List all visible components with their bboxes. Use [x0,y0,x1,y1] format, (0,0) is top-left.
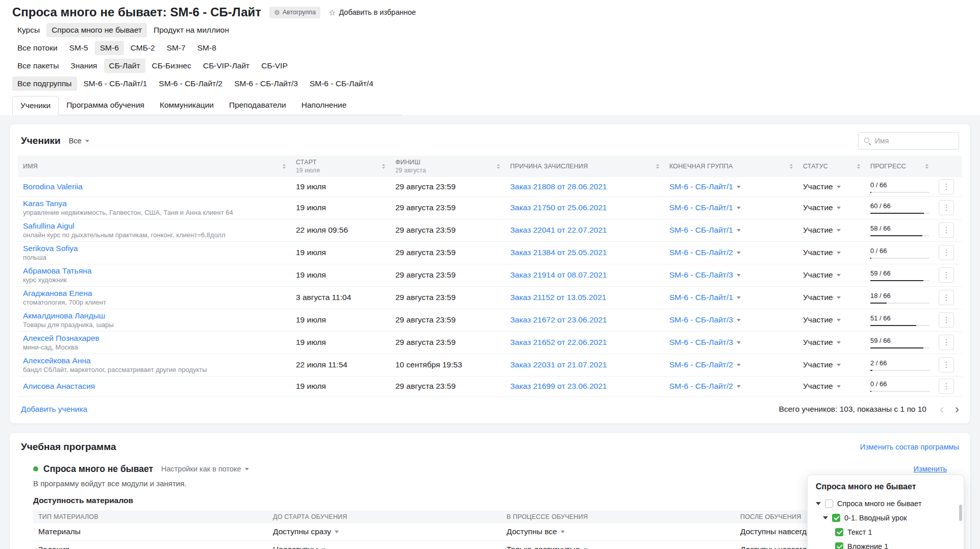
group-select[interactable]: SM-6 - СБ-Лайт/3 [669,270,741,279]
student-name-link[interactable]: Агаджанова Елена [23,289,92,297]
status-select[interactable]: Участие [803,226,841,234]
filter-streams-2[interactable]: SM-6 [95,41,124,55]
expander-icon[interactable] [816,502,821,505]
row-menu-button[interactable]: ⋮ [939,290,954,305]
order-link[interactable]: Заказ 21152 от 13.05.2021 [510,293,606,302]
edit-program-link[interactable]: Изменить состав программы [860,443,959,451]
filter-streams-4[interactable]: SM-7 [162,41,191,55]
student-name-link[interactable]: Акмалдинова Ландыш [23,311,105,320]
tab-1[interactable]: Программа обучения [59,96,152,115]
tab-4[interactable]: Наполнение [294,96,355,115]
filter-subgroups-0[interactable]: Все подгруппы [12,77,77,91]
availability-select-during[interactable]: Доступны все [507,527,565,536]
row-menu-button[interactable]: ⋮ [939,312,954,328]
student-name-link[interactable]: Borodina Valeriia [23,182,83,191]
row-menu-button[interactable]: ⋮ [939,357,954,372]
filter-subgroups-4[interactable]: SM-6 - СБ-Лайт/4 [305,77,379,91]
filter-streams-0[interactable]: Все потоки [12,41,63,55]
filter-packages-3[interactable]: СБ-Бизнес [147,59,196,73]
filter-packages-2[interactable]: СБ-Лайт [104,59,145,73]
sort-icon[interactable] [857,164,860,169]
student-name-link[interactable]: Алексей Познахарев [23,334,99,342]
student-name-link[interactable]: Абрамова Татьяна [23,266,92,275]
order-link[interactable]: Заказ 21808 от 28.06.2021 [510,182,607,191]
row-menu-button[interactable]: ⋮ [939,245,954,260]
sort-icon[interactable] [283,164,286,169]
column-header-start[interactable]: СТАРТ19 июля [291,156,390,177]
status-select[interactable]: Участие [803,248,841,257]
status-select[interactable]: Участие [803,315,841,324]
order-link[interactable]: Заказ 22041 от 22.07.2021 [510,226,607,234]
status-select[interactable]: Участие [803,203,841,212]
sort-icon[interactable] [790,164,793,169]
filter-subgroups-1[interactable]: SM-6 - СБ-Лайт/1 [79,77,153,91]
filter-courses-0[interactable]: Курсы [12,23,45,37]
status-select[interactable]: Участие [803,182,841,191]
sort-icon[interactable] [656,164,659,169]
row-menu-button[interactable]: ⋮ [939,222,954,238]
order-link[interactable]: Заказ 22031 от 21.07.2021 [510,360,607,369]
group-select[interactable]: SM-6 - СБ-Лайт/1 [669,203,741,212]
order-link[interactable]: Заказ 21914 от 08.07.2021 [510,270,607,279]
status-select[interactable]: Участие [803,360,841,369]
group-select[interactable]: SM-6 - СБ-Лайт/2 [669,382,741,390]
students-filter-dropdown[interactable]: Все [69,137,89,145]
filter-streams-3[interactable]: СМБ-2 [125,41,160,55]
student-name-link[interactable]: Safiullina Aigul [23,221,74,230]
row-menu-button[interactable]: ⋮ [939,379,954,394]
sort-icon[interactable] [382,164,385,169]
tab-0[interactable]: Ученики [12,96,59,115]
status-select[interactable]: Участие [803,382,841,390]
row-menu-button[interactable]: ⋮ [939,200,954,215]
filter-courses-2[interactable]: Продукт на миллион [148,23,234,37]
tab-2[interactable]: Коммуникации [152,96,221,115]
filter-streams-5[interactable]: SM-8 [192,41,221,55]
group-select[interactable]: SM-6 - СБ-Лайт/1 [669,293,741,302]
order-link[interactable]: Заказ 21384 от 25.05.2021 [510,248,607,257]
sort-icon[interactable] [925,164,928,169]
column-header-progress[interactable]: ПРОГРЕСС [865,156,934,177]
column-header-name[interactable]: ИМЯ [18,156,291,177]
next-page-icon[interactable]: › [955,404,959,414]
add-to-favorites-button[interactable]: ☆Добавить в избранное [329,8,416,17]
status-select[interactable]: Участие [803,293,841,302]
stream-settings-dropdown[interactable]: Настройки как в потоке [161,465,249,473]
availability-select-before[interactable]: Доступны сразу [273,527,339,536]
sort-icon[interactable] [497,164,500,169]
order-link[interactable]: Заказ 21699 от 23.06.2021 [510,382,607,390]
filter-packages-5[interactable]: СБ-VIP [256,59,293,73]
filter-packages-4[interactable]: СБ-VIP-Лайт [198,59,255,73]
student-name-link[interactable]: Алексейкова Анна [23,356,91,365]
availability-select-during[interactable]: Только достигнутые [507,545,588,549]
group-select[interactable]: SM-6 - СБ-Лайт/1 [669,182,741,191]
group-select[interactable]: SM-6 - СБ-Лайт/2 [669,360,741,369]
group-select[interactable]: SM-6 - СБ-Лайт/2 [669,248,741,257]
column-header-finish[interactable]: ФИНИШ29 августа [390,156,505,177]
student-name-link[interactable]: Алисова Анастасия [23,382,95,390]
group-select[interactable]: SM-6 - СБ-Лайт/1 [669,226,741,234]
student-name-link[interactable]: Karas Tanya [23,199,67,208]
filter-subgroups-3[interactable]: SM-6 - СБ-Лайт/3 [229,77,303,91]
column-header-group[interactable]: КОНЕЧНАЯ ГРУППА [664,156,798,177]
availability-select-before[interactable]: Недоступны [273,545,325,549]
row-menu-button[interactable]: ⋮ [939,179,954,194]
scrollbar-thumb[interactable] [959,505,962,521]
order-link[interactable]: Заказ 21652 от 22.06.2021 [510,338,607,346]
checkbox[interactable] [832,514,840,522]
filter-packages-1[interactable]: Знания [65,59,102,73]
status-select[interactable]: Участие [803,270,841,279]
tab-3[interactable]: Преподаватели [221,96,294,115]
group-select[interactable]: SM-6 - СБ-Лайт/3 [669,338,741,346]
prev-page-icon[interactable]: ‹ [940,404,944,414]
checkbox[interactable] [835,542,843,549]
checkbox[interactable] [825,500,833,508]
row-menu-button[interactable]: ⋮ [939,267,954,283]
expander-icon[interactable] [823,516,828,519]
student-name-link[interactable]: Serikova Sofiya [23,244,78,253]
edit-course-link[interactable]: Изменить [914,465,947,473]
filter-packages-0[interactable]: Все пакеты [12,59,64,73]
add-student-link[interactable]: Добавить ученика [21,405,87,414]
order-link[interactable]: Заказ 21672 от 23.06.2021 [510,315,607,324]
group-select[interactable]: SM-6 - СБ-Лайт/3 [669,315,741,324]
column-header-status[interactable]: СТАТУС [798,156,865,177]
